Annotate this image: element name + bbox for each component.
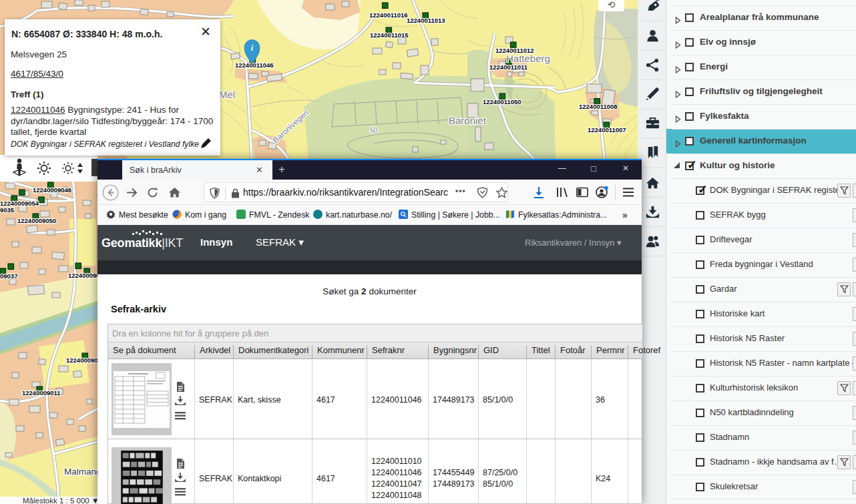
svg-text:50: 50: [370, 127, 378, 134]
svg-text:12240011008: 12240011008: [579, 103, 618, 110]
svg-text:09037: 09037: [0, 272, 17, 280]
svg-text:12240009011: 12240009011: [22, 389, 61, 397]
svg-text:12240009050: 12240009050: [17, 217, 56, 224]
svg-text:12240011007: 12240011007: [588, 126, 626, 134]
svg-text:i: i: [251, 43, 254, 53]
svg-text:12240011046: 12240011046: [235, 61, 274, 69]
svg-text:12240011050: 12240011050: [483, 98, 521, 105]
svg-text:Hatteberg: Hatteberg: [506, 53, 550, 64]
svg-text:12240011011: 12240011011: [489, 63, 528, 71]
svg-text:12240009046: 12240009046: [33, 186, 71, 194]
svg-text:Baroniet: Baroniet: [449, 115, 487, 126]
svg-text:12240011015: 12240011015: [370, 31, 409, 39]
svg-text:122400090: 122400090: [66, 356, 98, 364]
svg-text:122400090: 122400090: [68, 272, 100, 279]
svg-text:12240011013: 12240011013: [407, 17, 445, 24]
svg-text:Mel: Mel: [219, 89, 235, 100]
svg-text:9035: 9035: [0, 206, 15, 214]
svg-text:12240011016: 12240011016: [369, 11, 408, 19]
